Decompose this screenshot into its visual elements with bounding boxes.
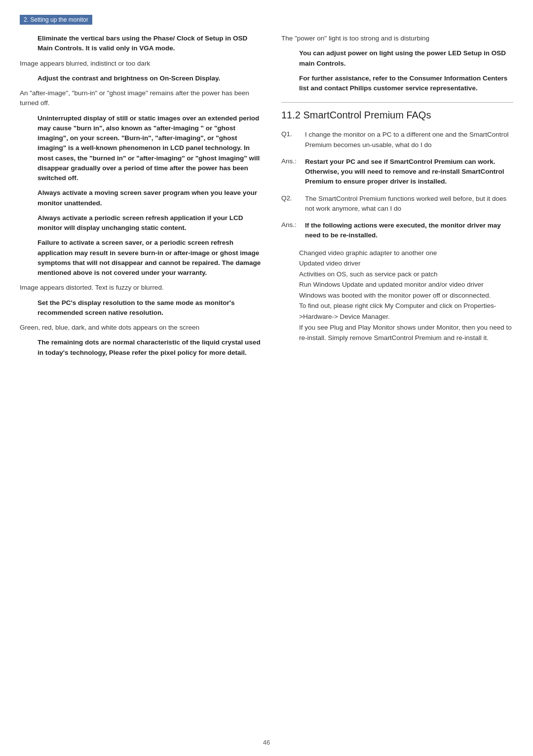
faq-ans2-text: If the following actions were executed, … [305,221,513,241]
blurred-intro: Image appears blurred, indistinct or too… [20,59,262,69]
left-column: Eliminate the vertical bars using the Ph… [20,34,262,363]
after-image-bold1: Uninterrupted display of still or static… [38,113,262,184]
after-image-bold4: Failure to activate a screen saver, or a… [38,238,262,278]
eliminate-bars-bold: Eliminate the vertical bars using the Ph… [38,34,262,54]
faq-section: 11.2 SmartControl Premium FAQs Q1. I cha… [281,110,513,343]
faq-q1: Q1. I change the monitor on a PC to a di… [281,130,513,150]
faq-ans1: Ans.: Restart your PC and see if SmartCo… [281,157,513,187]
block-further-assistance: For further assistance, refer to the Con… [281,74,513,94]
block-image-blurred: Image appears blurred, indistinct or too… [20,59,262,84]
block-eliminate-bars: Eliminate the vertical bars using the Ph… [20,34,262,54]
faq-q2-text: The SmartControl Premium functions worke… [305,194,513,214]
after-image-bold3: Always activate a periodic screen refres… [38,213,262,233]
faq-ans2: Ans.: If the following actions were exec… [281,221,513,241]
block-after-image: An "after-image", "burn-in" or "ghost im… [20,88,262,278]
power-light-intro: The "power on" light is too strong and i… [281,34,513,43]
bullet-item-2: Activities on OS, such as service pack o… [299,269,513,280]
bullet-item-0: Changed video graphic adapter to another… [299,248,513,259]
distorted-bold: Set the PC's display resolution to the s… [38,298,262,318]
distorted-intro: Image appears distorted. Text is fuzzy o… [20,283,262,293]
power-light-bold: You can adjust power on light using the … [299,48,513,69]
faq-ans2-label: Ans.: [281,221,299,228]
block-power-light: The "power on" light is too strong and i… [281,34,513,69]
bullet-item-1: Updated video driver [299,258,513,269]
blurred-bold: Adjust the contrast and brightness on On… [38,74,262,83]
section-divider [281,102,513,103]
page-number: 46 [263,739,270,746]
bullet-item-6: If you see Plug and Play Monitor shows u… [299,322,513,343]
further-assistance-text: For further assistance, refer to the Con… [299,74,513,94]
faq-q2: Q2. The SmartControl Premium functions w… [281,194,513,214]
section-header: 2. Setting up the monitor [20,15,92,25]
right-column: The "power on" light is too strong and i… [281,34,513,363]
bullet-item-5: To find out, please right click My Compu… [299,301,513,322]
faq-q1-label: Q1. [281,130,299,138]
dots-bold: The remaining dots are normal characteri… [38,338,262,358]
two-col-layout: Eliminate the vertical bars using the Ph… [20,34,513,363]
faq-q2-label: Q2. [281,194,299,202]
bullet-item-4: Windows was booted with the monitor powe… [299,290,513,301]
dots-intro: Green, red, blue, dark, and white dots a… [20,323,262,333]
block-image-distorted: Image appears distorted. Text is fuzzy o… [20,283,262,318]
after-image-bold2: Always activate a moving screen saver pr… [38,188,262,208]
bullet-item-3: Run Windows Update and updated monitor a… [299,279,513,290]
faq-ans1-text: Restart your PC and see if SmartControl … [305,157,513,187]
faq-title: 11.2 SmartControl Premium FAQs [281,110,513,121]
faq-q1-text: I change the monitor on a PC to a differ… [305,130,513,150]
page-container: 2. Setting up the monitor Eliminate the … [0,0,533,756]
after-image-intro: An "after-image", "burn-in" or "ghost im… [20,88,262,109]
faq-ans1-label: Ans.: [281,157,299,165]
faq-bullet-list: Changed video graphic adapter to another… [299,248,513,343]
block-colored-dots: Green, red, blue, dark, and white dots a… [20,323,262,358]
